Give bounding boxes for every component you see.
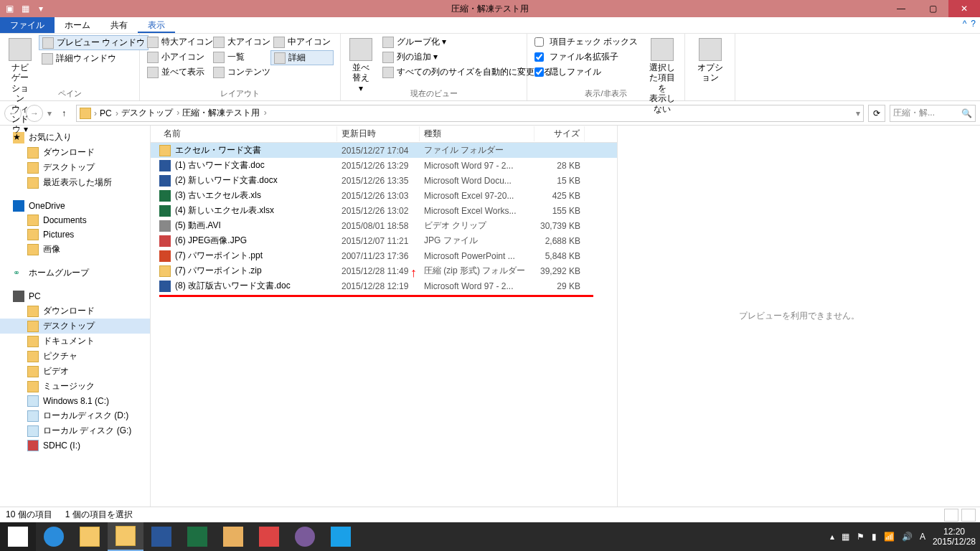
zip-icon: [159, 265, 171, 277]
qat-properties-icon[interactable]: ▣: [3, 2, 16, 15]
ribbon-expand-icon[interactable]: ^: [963, 19, 967, 29]
preview-pane-icon: [42, 37, 54, 49]
navigation-pane-button[interactable]: ナビゲーション ウィンドウ ▾: [4, 35, 36, 138]
nav-item[interactable]: SDHC (I:): [0, 438, 150, 453]
nav-item[interactable]: ダウンロード: [0, 145, 150, 160]
file-row[interactable]: (1) 古いワード文書.doc2015/12/26 13:29Microsoft…: [151, 158, 617, 173]
file-date: 2015/12/28 11:49: [337, 266, 420, 276]
nav-item[interactable]: Windows 8.1 (C:): [0, 394, 150, 408]
tray-expand-icon[interactable]: ▴: [830, 532, 834, 542]
column-type[interactable]: 種類: [420, 126, 534, 141]
file-ext-toggle[interactable]: ファイル名拡張子: [532, 50, 641, 64]
taskbar-excel[interactable]: [179, 522, 215, 551]
file-row[interactable]: (7) パワーポイント.zip2015/12/28 11:49圧縮 (zip 形…: [151, 263, 617, 278]
tray-wifi-icon[interactable]: 📶: [884, 532, 895, 542]
close-button[interactable]: ✕: [948, 0, 980, 17]
file-list[interactable]: エクセル・ワード文書2015/12/27 17:04ファイル フォルダー(1) …: [151, 143, 617, 507]
address-bar[interactable]: › PC デスクトップ 圧縮・解凍テスト用 ▾: [76, 105, 864, 122]
view-thumbs-icon[interactable]: [961, 509, 976, 522]
nav-item[interactable]: 最近表示した場所: [0, 175, 150, 190]
details-pane-button[interactable]: 詳細ウィンドウ: [39, 52, 149, 65]
view-large-button[interactable]: 大アイコン: [210, 35, 268, 49]
tray-flag-icon[interactable]: ⚑: [857, 532, 864, 542]
column-date[interactable]: 更新日時: [337, 126, 420, 141]
file-size: 2,688 KB: [534, 236, 585, 246]
tray-network-icon[interactable]: ▦: [842, 532, 849, 542]
nav-item[interactable]: ドキュメント: [0, 334, 150, 349]
nav-item[interactable]: デスクトップ: [0, 319, 150, 334]
taskbar-word[interactable]: [143, 522, 179, 551]
nav-item[interactable]: Documents: [0, 213, 150, 227]
taskbar-app2[interactable]: [323, 522, 359, 551]
nav-item[interactable]: Pictures: [0, 227, 150, 242]
sort-button[interactable]: 並べ替え ▾: [345, 35, 377, 96]
taskbar-snipping[interactable]: [251, 522, 287, 551]
file-row[interactable]: (2) 新しいワード文書.docx2015/12/26 13:35Microso…: [151, 173, 617, 188]
taskbar: ▴ ▦ ⚑ ▮ 📶 🔊 A 12:20 2015/12/28: [0, 522, 980, 551]
file-row[interactable]: (7) パワーポイント.ppt2007/11/23 17:36Microsoft…: [151, 248, 617, 263]
tray-ime[interactable]: A: [920, 532, 925, 542]
item-checkboxes-toggle[interactable]: 項目チェック ボックス: [532, 35, 641, 49]
taskbar-app1[interactable]: [287, 522, 323, 551]
file-row[interactable]: (5) 動画.AVI2015/08/01 18:58ビデオ クリップ30,739…: [151, 218, 617, 233]
nav-onedrive[interactable]: OneDrive: [0, 199, 150, 213]
navigation-pane[interactable]: ★お気に入り ダウンロード デスクトップ 最近表示した場所 OneDrive D…: [0, 126, 151, 507]
column-name[interactable]: 名前: [151, 126, 337, 141]
nav-item[interactable]: ローカル ディスク (G:): [0, 423, 150, 438]
column-size[interactable]: サイズ: [534, 126, 585, 141]
nav-item[interactable]: ローカルディスク (D:): [0, 408, 150, 423]
tab-share[interactable]: 共有: [100, 17, 138, 33]
main-content: ★お気に入り ダウンロード デスクトップ 最近表示した場所 OneDrive D…: [0, 126, 980, 507]
nav-item[interactable]: デスクトップ: [0, 160, 150, 175]
nav-item[interactable]: ビデオ: [0, 364, 150, 379]
qat-newfolder-icon[interactable]: ▦: [19, 2, 32, 15]
taskbar-ie[interactable]: [36, 522, 72, 551]
file-name: (6) JPEG画像.JPG: [175, 235, 247, 247]
view-content-button[interactable]: コンテンツ: [210, 65, 268, 79]
nav-item[interactable]: ピクチャ: [0, 349, 150, 364]
tab-file[interactable]: ファイル: [0, 17, 55, 33]
tray-battery-icon[interactable]: ▮: [872, 532, 877, 542]
hidden-items-toggle[interactable]: 隠しファイル: [532, 65, 641, 79]
view-xlarge-button[interactable]: 特大アイコン: [144, 35, 207, 49]
file-row[interactable]: (8) 改訂版古いワード文書.doc2015/12/28 12:19Micros…: [151, 278, 617, 293]
nav-homegroup[interactable]: ⚭ホームグループ: [0, 265, 150, 281]
file-name: エクセル・ワード文書: [175, 144, 261, 156]
file-row[interactable]: エクセル・ワード文書2015/12/27 17:04ファイル フォルダー: [151, 143, 617, 158]
tab-home[interactable]: ホーム: [55, 17, 100, 33]
file-row[interactable]: (6) JPEG画像.JPG2015/12/07 11:21JPG ファイル2,…: [151, 233, 617, 248]
nav-item[interactable]: 画像: [0, 242, 150, 257]
app-icon: [331, 527, 351, 547]
file-row[interactable]: (4) 新しいエクセル表.xlsx2015/12/26 13:02Microso…: [151, 203, 617, 218]
file-row[interactable]: (3) 古いエクセル表.xls2015/12/26 13:03Microsoft…: [151, 188, 617, 203]
start-button[interactable]: [0, 522, 36, 551]
options-button[interactable]: オプション: [689, 35, 730, 86]
taskbar-paint[interactable]: [215, 522, 251, 551]
nav-item[interactable]: ミュージック: [0, 379, 150, 394]
qat-dropdown-icon[interactable]: ▾: [34, 2, 47, 15]
ribbon-group-layout-label: レイアウト: [140, 88, 340, 99]
tray-volume-icon[interactable]: 🔊: [902, 532, 913, 542]
address-dropdown[interactable]: ▾: [856, 108, 860, 118]
system-tray[interactable]: ▴ ▦ ⚑ ▮ 📶 🔊 A 12:20 2015/12/28: [830, 527, 976, 547]
nav-item[interactable]: ダウンロード: [0, 303, 150, 319]
refresh-button[interactable]: ⟳: [868, 105, 885, 122]
breadcrumb-item[interactable]: 圧縮・解凍テスト用: [182, 107, 266, 119]
view-list-button[interactable]: 一覧: [210, 50, 268, 64]
view-details-icon[interactable]: [944, 509, 958, 522]
view-small-button[interactable]: 小アイコン: [144, 50, 207, 64]
preview-pane-button[interactable]: プレビュー ウィンドウ: [39, 35, 149, 50]
minimize-button[interactable]: —: [885, 0, 917, 17]
tab-view[interactable]: 表示: [138, 17, 175, 33]
nav-pc[interactable]: PC: [0, 289, 150, 303]
view-tiles-button[interactable]: 並べて表示: [144, 65, 207, 79]
tray-clock[interactable]: 12:20 2015/12/28: [933, 527, 976, 547]
view-details-button[interactable]: 詳細: [270, 50, 334, 65]
search-box[interactable]: 圧縮・解... 🔍: [890, 105, 976, 122]
view-medium-button[interactable]: 中アイコン: [270, 35, 334, 49]
taskbar-libraries[interactable]: [72, 522, 108, 551]
taskbar-explorer[interactable]: [108, 522, 143, 551]
help-icon[interactable]: ?: [971, 19, 976, 29]
hide-selected-button[interactable]: 選択した項目を 表示しない: [644, 35, 680, 117]
maximize-button[interactable]: ▢: [917, 0, 948, 17]
